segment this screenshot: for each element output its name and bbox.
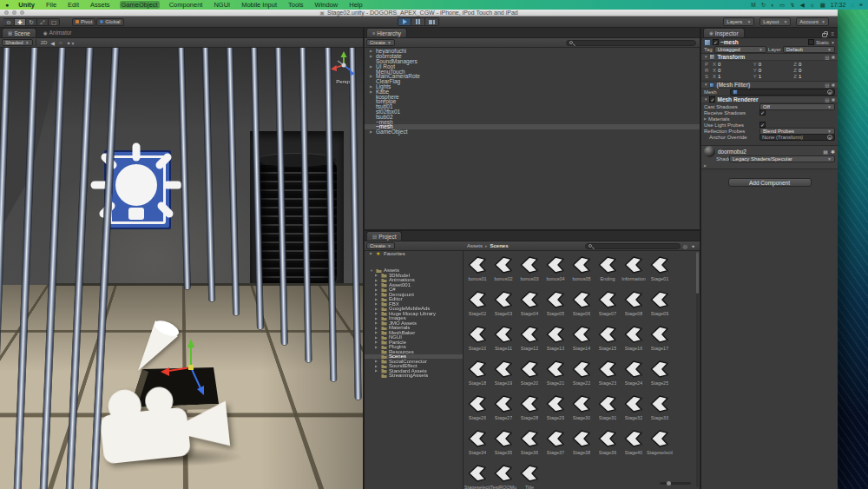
mesh-object-field[interactable]: ◉ xyxy=(730,89,835,96)
y-field[interactable]: Y0 xyxy=(753,62,794,67)
expand-arrow-icon[interactable]: ▶ xyxy=(375,330,379,334)
move-gizmo[interactable] xyxy=(156,334,219,400)
tab-scene[interactable]: ▦ Scene xyxy=(2,28,36,37)
scene-asset-item[interactable]: Stage13 xyxy=(542,322,569,357)
z-field[interactable]: Z1 xyxy=(793,74,834,79)
mesh-filter-header[interactable]: ▼ (Mesh Filter) ▤ ✱ xyxy=(701,81,838,89)
inspector-menu-icon[interactable]: ≡ xyxy=(831,31,834,36)
transform-component-header[interactable]: ▼ Transform ▤ ✱ xyxy=(701,53,838,61)
materials-row[interactable]: ▶ Materials xyxy=(701,116,838,122)
notification-center-icon[interactable]: ≡ xyxy=(859,2,863,8)
object-picker-icon[interactable]: ◉ xyxy=(827,135,832,140)
tab-inspector[interactable]: ◉ Inspector xyxy=(703,28,745,37)
scrollbar-thumb[interactable] xyxy=(696,252,699,294)
scene-asset-item[interactable]: Stage07 xyxy=(595,287,621,322)
menubar-item[interactable]: NGUI xyxy=(212,1,232,9)
scene-asset-item[interactable]: Stage38 xyxy=(569,426,595,461)
layers-dropdown[interactable]: Layers▼ xyxy=(723,17,754,26)
m-status-icon[interactable]: M xyxy=(751,2,755,9)
expand-arrow-icon[interactable]: ▶ xyxy=(375,340,379,344)
expand-arrow-icon[interactable]: ▶ xyxy=(375,297,379,301)
hierarchy-item[interactable]: ▶ GameObject xyxy=(365,129,700,135)
expand-arrow-icon[interactable]: ▶ xyxy=(370,49,374,53)
audio-toggle-icon[interactable]: ◀ xyxy=(49,40,56,46)
scene-asset-item[interactable]: Stage10 xyxy=(464,322,490,357)
expand-arrow-icon[interactable]: ▶ xyxy=(375,316,379,320)
scene-asset-item[interactable]: Stage23 xyxy=(595,357,621,392)
active-checkbox[interactable]: ✓ xyxy=(713,39,719,45)
account-dropdown[interactable]: Account▼ xyxy=(796,17,829,26)
gear-icon[interactable]: ✱ xyxy=(831,55,835,60)
scene-asset-item[interactable]: Stage15 xyxy=(595,322,621,357)
expand-arrow-icon[interactable]: ▶ xyxy=(375,273,379,277)
hierarchy-create-button[interactable]: Create▼ xyxy=(366,39,395,46)
expand-arrow-icon[interactable]: ▶ xyxy=(370,84,374,89)
menubar-item[interactable]: Help xyxy=(347,1,364,9)
tab-project[interactable]: ▤ Project xyxy=(366,231,402,241)
expand-arrow-icon[interactable]: ▶ xyxy=(375,278,379,282)
scale-tool[interactable]: ⤢ xyxy=(37,18,49,26)
tab-animator[interactable]: ◉ Animator xyxy=(38,28,77,37)
menubar-item[interactable]: Unity xyxy=(16,1,36,9)
pause-button[interactable] xyxy=(411,17,425,26)
gear-icon[interactable]: ✱ xyxy=(831,97,835,102)
scene-asset-item[interactable]: Stage37 xyxy=(542,426,569,461)
minimize-window-button[interactable] xyxy=(12,10,16,15)
expand-arrow-icon[interactable]: ▶ xyxy=(375,368,379,373)
menubar-item[interactable]: Component xyxy=(168,1,205,9)
battery-icon[interactable]: ↯ xyxy=(790,2,794,9)
thumbnail-size-slider[interactable] xyxy=(660,482,691,485)
expand-arrow-icon[interactable]: ▶ xyxy=(375,292,379,296)
scene-asset-item[interactable]: Stage29 xyxy=(542,392,569,426)
scene-asset-item[interactable]: Stage05 xyxy=(542,287,569,322)
expand-arrow-icon[interactable]: ▶ xyxy=(375,364,379,368)
scene-asset-item[interactable]: Stageselect01 xyxy=(647,426,673,461)
scene-asset-item[interactable]: Stage39 xyxy=(595,426,621,461)
apple-menu-icon[interactable]: ● xyxy=(5,2,9,8)
step-button[interactable] xyxy=(425,17,439,26)
folder-item[interactable]: ▶ StreamingAssets xyxy=(365,373,463,379)
x-field[interactable]: X1 xyxy=(713,74,753,79)
gizmo-perspective-label[interactable]: Persp xyxy=(328,79,358,84)
y-field[interactable]: Y1 xyxy=(753,74,794,79)
anchor-object-field[interactable]: None (Transform) ◉ xyxy=(760,134,835,141)
lighting-toggle-icon[interactable]: ☼ xyxy=(56,40,65,45)
scene-orientation-gizmo[interactable] xyxy=(328,50,359,81)
cast-shadows-dropdown[interactable]: Off▼ xyxy=(760,103,835,110)
scene-asset-item[interactable]: Stageselect02 xyxy=(464,461,490,489)
scene-asset-item[interactable]: bonus04 xyxy=(542,253,569,287)
volume-icon[interactable]: ◀ xyxy=(800,2,805,9)
menubar-clock[interactable]: 17:32 xyxy=(831,2,846,8)
object-picker-icon[interactable]: ◉ xyxy=(827,89,832,95)
scene-asset-item[interactable]: Stage26 xyxy=(464,392,490,426)
expand-arrow-icon[interactable]: ▶ xyxy=(704,116,707,121)
scene-asset-item[interactable]: Stage24 xyxy=(621,357,647,392)
scene-asset-item[interactable]: Stage33 xyxy=(647,392,673,426)
tab-hierarchy[interactable]: ≡ Hierarchy xyxy=(366,28,407,37)
scene-asset-item[interactable]: bonus03 xyxy=(516,253,542,287)
scene-asset-item[interactable]: Stage32 xyxy=(621,392,647,426)
mesh-renderer-header[interactable]: ▼ ✓ Mesh Renderer ▤ ✱ xyxy=(701,96,838,103)
expand-arrow-icon[interactable]: ▶ xyxy=(375,307,379,311)
z-field[interactable]: Z0 xyxy=(793,62,834,67)
shader-dropdown[interactable]: Legacy Shaders/Specular▼ xyxy=(729,155,835,162)
scene-asset-item[interactable]: Stage34 xyxy=(464,426,490,461)
expand-arrow-icon[interactable]: ▶ xyxy=(370,129,374,134)
collapse-arrow-icon[interactable]: ▼ xyxy=(704,83,707,87)
scene-asset-item[interactable]: bonus02 xyxy=(490,253,516,287)
scene-asset-item[interactable]: Stage01 xyxy=(647,253,673,287)
scene-asset-item[interactable]: Stage40 xyxy=(621,426,647,461)
hand-tool[interactable]: ⊙ xyxy=(3,18,15,26)
rotate-tool[interactable]: ↻ xyxy=(26,18,37,26)
y-field[interactable]: Y0 xyxy=(753,68,794,73)
scene-asset-item[interactable]: Stage27 xyxy=(490,392,516,426)
collapse-arrow-icon[interactable]: ▼ xyxy=(370,268,374,273)
pivot-toggle-button[interactable]: Pivot xyxy=(72,18,95,26)
menubar-item[interactable]: Edit xyxy=(66,1,81,9)
scene-asset-item[interactable]: Stage19 xyxy=(490,357,516,392)
toggle-2d-button[interactable]: 2D xyxy=(39,40,49,45)
menubar-item[interactable]: Tools xyxy=(286,1,306,9)
expand-arrow-icon[interactable]: ▶ xyxy=(370,64,374,69)
gear-icon[interactable]: ✱ xyxy=(831,83,835,88)
grid-scrollbar[interactable] xyxy=(696,252,699,487)
